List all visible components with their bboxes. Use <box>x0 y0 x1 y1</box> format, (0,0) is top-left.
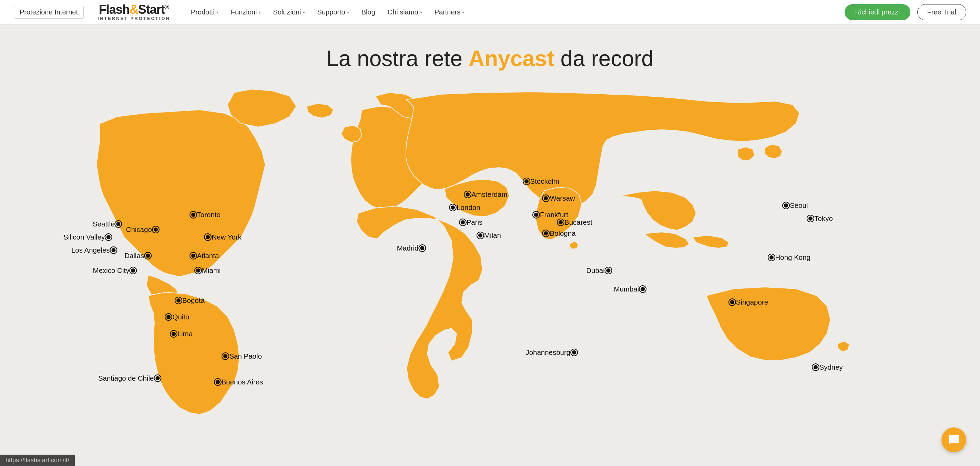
nav-links: Prodotti ▾ Funzioni ▾ Soluzioni ▾ Suppor… <box>191 8 845 16</box>
logo-text: Flash&Start® <box>99 3 169 16</box>
chat-icon <box>948 434 960 446</box>
breadcrumb[interactable]: Protezione Internet <box>14 6 84 19</box>
chevron-down-icon: ▾ <box>303 10 305 15</box>
nav-partners[interactable]: Partners ▾ <box>434 8 465 16</box>
chevron-down-icon: ▾ <box>216 10 218 15</box>
chevron-down-icon: ▾ <box>462 10 464 15</box>
chevron-down-icon: ▾ <box>347 10 349 15</box>
page-title: La nostra rete Anycast da record <box>0 25 980 72</box>
chevron-down-icon: ▾ <box>420 10 422 15</box>
main-content: La nostra rete Anycast da record <box>0 25 980 466</box>
nav-chi-siamo[interactable]: Chi siamo ▾ <box>388 8 422 16</box>
logo: Flash&Start® INTERNET PROTECTION <box>97 3 170 21</box>
nav-actions: Richiedi prezzi Free Trial <box>845 4 966 20</box>
nav-supporto[interactable]: Supporto ▾ <box>317 8 349 16</box>
status-bar: https://flashstart.com/it/ <box>0 455 75 466</box>
nav-blog[interactable]: Blog <box>361 8 375 16</box>
logo-sub: INTERNET PROTECTION <box>97 16 170 21</box>
request-price-button[interactable]: Richiedi prezzi <box>845 4 910 20</box>
world-map <box>0 82 980 454</box>
chat-button[interactable] <box>942 428 966 452</box>
free-trial-button[interactable]: Free Trial <box>917 4 966 20</box>
map-container: SeattleSilicon ValleyLos AngelesChicagoT… <box>0 82 980 454</box>
navbar: Protezione Internet Flash&Start® INTERNE… <box>0 0 980 25</box>
status-url: https://flashstart.com/it/ <box>5 457 69 464</box>
chevron-down-icon: ▾ <box>258 10 261 15</box>
nav-soluzioni[interactable]: Soluzioni ▾ <box>273 8 305 16</box>
nav-funzioni[interactable]: Funzioni ▾ <box>231 8 261 16</box>
nav-prodotti[interactable]: Prodotti ▾ <box>191 8 218 16</box>
